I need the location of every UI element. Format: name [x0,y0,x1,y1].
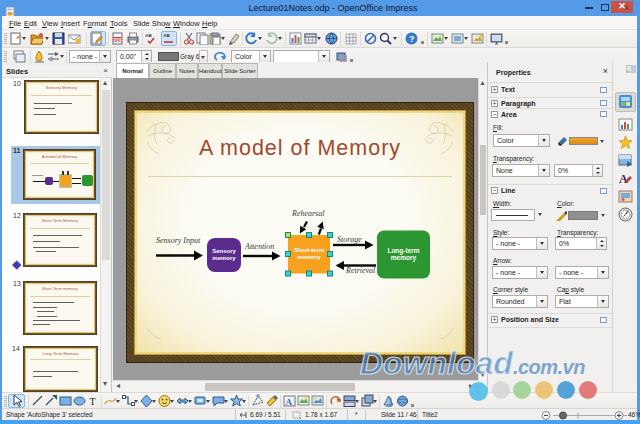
svg-text:A: A [286,397,293,407]
svg-text:?: ? [409,34,415,44]
svg-text:ᴬᴮ: ᴬᴮ [163,33,170,40]
svg-text:A: A [619,172,628,186]
svg-text:PDF: PDF [114,38,123,43]
svg-text:ᴬᴮ: ᴬᴮ [145,33,152,40]
svg-text:T: T [90,396,96,407]
